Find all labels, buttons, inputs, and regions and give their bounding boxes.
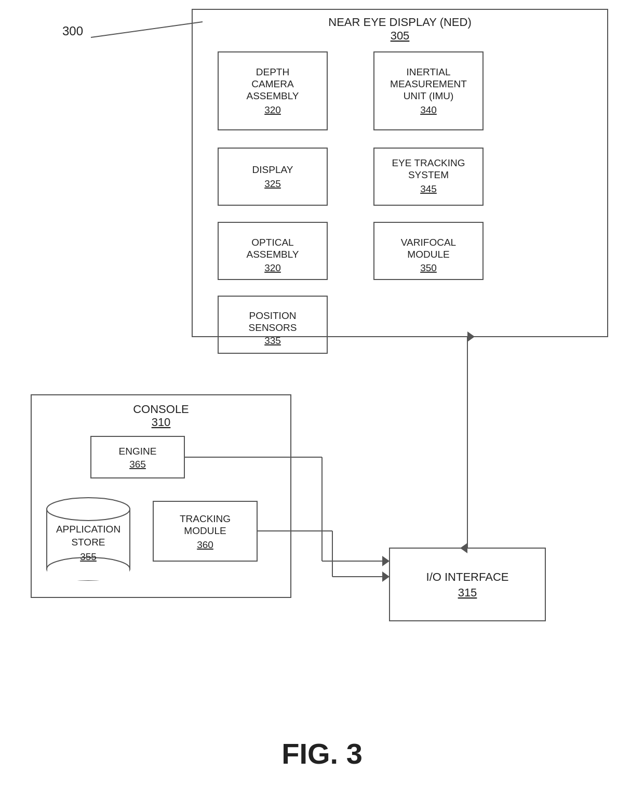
svg-text:APPLICATION: APPLICATION — [56, 524, 120, 535]
svg-text:FIG. 3: FIG. 3 — [281, 737, 363, 769]
svg-text:320: 320 — [264, 104, 281, 115]
svg-text:UNIT (IMU): UNIT (IMU) — [404, 90, 454, 101]
svg-text:MEASUREMENT: MEASUREMENT — [390, 78, 467, 89]
svg-rect-6 — [192, 9, 608, 337]
svg-text:ENGINE: ENGINE — [119, 446, 157, 457]
svg-text:355: 355 — [80, 551, 97, 562]
svg-rect-22 — [374, 148, 483, 205]
svg-rect-55 — [390, 548, 545, 621]
svg-rect-44 — [47, 509, 130, 569]
svg-text:360: 360 — [197, 539, 213, 550]
svg-text:335: 335 — [264, 335, 281, 346]
svg-text:ASSEMBLY: ASSEMBLY — [246, 249, 299, 260]
svg-rect-26 — [218, 222, 327, 279]
svg-text:SENSORS: SENSORS — [249, 322, 297, 333]
svg-text:POSITION: POSITION — [249, 310, 297, 321]
svg-text:300: 300 — [62, 24, 83, 38]
svg-rect-9 — [218, 52, 327, 130]
svg-text:VARIFOCAL: VARIFOCAL — [401, 237, 456, 248]
svg-text:340: 340 — [420, 104, 437, 115]
svg-rect-38 — [31, 395, 291, 597]
svg-text:CAMERA: CAMERA — [251, 78, 294, 89]
svg-text:305: 305 — [391, 29, 410, 42]
svg-text:325: 325 — [264, 178, 281, 189]
svg-text:NEAR EYE DISPLAY (NED): NEAR EYE DISPLAY (NED) — [328, 16, 471, 29]
svg-text:MODULE: MODULE — [407, 249, 449, 260]
svg-text:350: 350 — [420, 262, 437, 273]
svg-text:345: 345 — [420, 183, 437, 194]
svg-text:315: 315 — [458, 586, 477, 599]
svg-text:I/O INTERFACE: I/O INTERFACE — [426, 570, 509, 583]
svg-text:CONSOLE: CONSOLE — [133, 403, 189, 416]
svg-text:STORE: STORE — [71, 537, 105, 548]
svg-line-5 — [91, 22, 203, 37]
svg-point-46 — [47, 557, 130, 580]
svg-text:320: 320 — [264, 262, 281, 273]
svg-rect-47 — [47, 569, 129, 580]
svg-text:310: 310 — [152, 416, 171, 429]
svg-text:365: 365 — [129, 459, 146, 470]
svg-rect-41 — [91, 436, 184, 478]
svg-text:EYE TRACKING: EYE TRACKING — [392, 157, 465, 168]
svg-point-45 — [47, 498, 130, 521]
svg-text:MODULE: MODULE — [184, 525, 226, 536]
svg-rect-14 — [374, 52, 483, 130]
svg-text:INERTIAL: INERTIAL — [406, 66, 450, 77]
svg-text:DISPLAY: DISPLAY — [252, 164, 293, 175]
svg-text:DEPTH: DEPTH — [256, 66, 289, 77]
svg-rect-34 — [218, 296, 327, 353]
svg-text:TRACKING: TRACKING — [180, 513, 231, 524]
svg-rect-19 — [218, 148, 327, 205]
diagram: NEAR EYE DISPLAY (NED) 305 DEPTH CAMERA … — [0, 0, 644, 769]
svg-text:ASSEMBLY: ASSEMBLY — [246, 90, 299, 101]
svg-text:OPTICAL: OPTICAL — [251, 237, 293, 248]
svg-rect-51 — [153, 501, 257, 561]
svg-text:SYSTEM: SYSTEM — [408, 169, 449, 180]
svg-rect-30 — [374, 222, 483, 279]
